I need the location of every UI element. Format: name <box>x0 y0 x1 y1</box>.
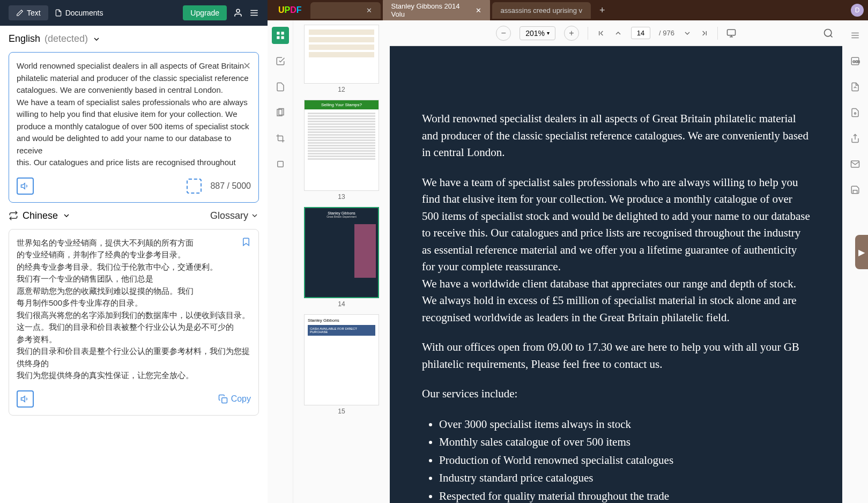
swap-icon[interactable] <box>9 211 18 220</box>
thumbnail-15[interactable]: Stanley GibbonsCASH AVAILABLE FOR DIRECT… <box>298 314 385 415</box>
source-language-label: English <box>9 33 40 45</box>
share-tool[interactable] <box>847 130 864 147</box>
save-tool[interactable] <box>847 181 864 198</box>
tab-stanley-gibbons[interactable]: Stanley Gibbons 2014 Volu ✕ <box>383 0 490 23</box>
stamp-tool[interactable] <box>272 156 289 173</box>
scan-button[interactable] <box>187 179 202 194</box>
speaker-icon <box>20 181 30 191</box>
list-item: Respected for quality material throughou… <box>439 487 810 503</box>
bookmark-icon <box>241 237 251 247</box>
ocr-tool[interactable]: OCR <box>847 53 864 70</box>
clear-text-button[interactable]: ✕ <box>243 60 251 72</box>
first-page-button[interactable] <box>597 29 605 38</box>
export-tool[interactable] <box>847 78 864 95</box>
protect-tool[interactable] <box>847 104 864 121</box>
source-language-selector[interactable]: English (detected) <box>0 26 268 52</box>
tab-blank[interactable]: ✕ <box>310 2 381 19</box>
thumbnail-12[interactable]: 12 <box>298 25 385 93</box>
upgrade-button[interactable]: Upgrade <box>183 5 227 20</box>
zoom-out-button[interactable]: − <box>496 26 511 41</box>
mail-icon <box>850 159 860 169</box>
text-tab-button[interactable]: Text <box>9 5 48 20</box>
expand-handle[interactable]: ▶ <box>855 235 868 269</box>
copy-icon <box>218 394 228 404</box>
documents-tab-button[interactable]: Documents <box>55 9 103 17</box>
last-page-button[interactable] <box>700 29 709 38</box>
page-paragraph: With our offices open from 09.00 to 17.3… <box>422 339 810 373</box>
zoom-in-button[interactable]: + <box>564 26 579 41</box>
list-item: Monthly sales catalogue of over 500 item… <box>439 433 810 452</box>
list-item: Industry standard price catalogues <box>439 469 810 487</box>
speaker-icon <box>20 394 30 404</box>
crop-icon <box>276 134 285 143</box>
stamp-icon <box>276 159 285 169</box>
page-paragraph: We have a team of specialist sales profe… <box>422 174 810 327</box>
next-page-button[interactable] <box>683 29 692 38</box>
thumb-number: 12 <box>298 86 385 93</box>
target-language-label[interactable]: Chinese <box>23 210 58 221</box>
thumb-number: 13 <box>298 193 385 201</box>
layout-icon <box>850 31 860 40</box>
pencil-icon <box>16 9 24 17</box>
output-speaker-button[interactable] <box>17 390 34 408</box>
tab-label: assassins creed uprising v <box>501 6 582 14</box>
note-icon <box>276 82 285 92</box>
bookmark-button[interactable] <box>241 237 251 249</box>
source-text-content[interactable]: World renowned specialist dealers in all… <box>17 60 251 169</box>
svg-point-0 <box>236 9 240 12</box>
email-tool[interactable] <box>847 156 864 173</box>
svg-rect-16 <box>727 29 735 35</box>
source-text-box[interactable]: ✕ World renowned specialist dealers in a… <box>9 52 259 203</box>
glossary-button[interactable]: Glossary <box>210 210 259 221</box>
svg-rect-13 <box>277 161 283 167</box>
tabs-bar: UPDF ✕ Stanley Gibbons 2014 Volu ✕ assas… <box>268 0 868 20</box>
copy-button[interactable]: Copy <box>218 394 251 404</box>
page-number-input[interactable] <box>631 27 650 39</box>
target-language-row: Chinese Glossary <box>0 203 268 229</box>
svg-rect-7 <box>277 32 279 34</box>
ocr-icon: OCR <box>850 56 860 66</box>
translator-header: Text Documents Upgrade <box>0 0 268 26</box>
svg-rect-6 <box>221 397 227 403</box>
zoom-level-selector[interactable]: 201% ▾ <box>520 26 555 40</box>
pdf-app-panel: UPDF ✕ Stanley Gibbons 2014 Volu ✕ assas… <box>268 0 868 503</box>
layout-tool[interactable] <box>847 27 864 44</box>
document-icon <box>55 9 62 17</box>
pdf-page-view[interactable]: World renowned specialist dealers in all… <box>390 46 842 503</box>
page-paragraph: Our services include: <box>422 386 810 403</box>
pages-tool[interactable] <box>272 104 289 121</box>
user-icon[interactable] <box>233 8 243 18</box>
save-icon <box>850 185 860 195</box>
marker-icon <box>276 56 285 66</box>
search-button[interactable] <box>823 28 834 39</box>
crop-tool[interactable] <box>272 130 289 147</box>
prev-page-button[interactable] <box>614 29 622 38</box>
documents-tab-label: Documents <box>65 9 103 17</box>
thumb-number: 14 <box>298 300 385 308</box>
speaker-button[interactable] <box>17 177 34 195</box>
thumb-number: 15 <box>298 408 385 415</box>
chevron-down-icon <box>250 211 259 220</box>
character-count: 887 / 5000 <box>210 181 251 191</box>
highlight-tool[interactable] <box>272 53 289 70</box>
svg-rect-10 <box>281 36 284 39</box>
add-tab-button[interactable]: + <box>593 5 612 16</box>
zoom-value: 201% <box>525 29 545 38</box>
thumbnail-13[interactable]: Selling Your Stamps? 13 <box>298 100 385 201</box>
note-tool[interactable] <box>272 78 289 95</box>
thumbnail-panel[interactable]: 12 Selling Your Stamps? 13 Stanley Gibbo… <box>293 20 390 503</box>
lock-icon <box>850 108 860 117</box>
avatar[interactable]: D <box>851 4 864 17</box>
detected-label: (detected) <box>44 33 88 45</box>
tab-assassins-creed[interactable]: assassins creed uprising v <box>492 2 591 19</box>
thumbnails-tool[interactable] <box>272 27 289 44</box>
separator <box>717 27 718 40</box>
separator <box>588 27 588 40</box>
close-icon[interactable]: ✕ <box>366 6 372 14</box>
present-button[interactable] <box>726 28 736 38</box>
svg-point-26 <box>855 113 856 114</box>
menu-icon[interactable] <box>249 8 259 18</box>
thumbnail-14[interactable]: Stanley GibbonsGreat Britain Department … <box>298 207 385 308</box>
close-icon[interactable]: ✕ <box>476 6 481 14</box>
chevron-down-icon <box>92 35 101 43</box>
